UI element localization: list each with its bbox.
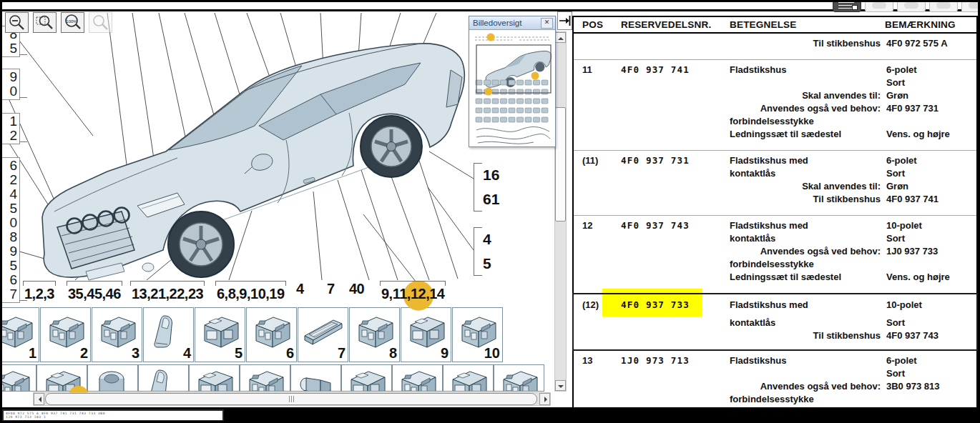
zoom-out-button[interactable]: [5, 12, 29, 33]
overview-panel: Billedoversigt ✕: [469, 16, 556, 147]
pos-cell: [574, 115, 621, 128]
remark-cell: [885, 115, 976, 128]
pos-cell: 11: [574, 64, 621, 76]
zoom-100-button[interactable]: 100%: [61, 12, 84, 33]
pos-cell: [574, 167, 621, 180]
pos-cell: [574, 317, 621, 329]
designation-cell: Fladstikshus: [730, 354, 885, 367]
designation-cell: Ledningssæt til sædestel: [730, 128, 885, 141]
remark-cell: [885, 258, 976, 271]
table-row-(12)[interactable]: (12)4F0 937 733Fladstikshus med10-poletk…: [572, 293, 978, 351]
callout-group[interactable]: 1661: [474, 163, 501, 211]
designation-cell: kontaktlås: [730, 167, 885, 180]
remark-cell: 4F0 972 575 A: [885, 37, 976, 50]
callout-group[interactable]: 7: [327, 281, 335, 297]
callout-group[interactable]: 13,21,22,23: [132, 281, 203, 302]
col-pos: POS: [574, 19, 621, 30]
horizontal-scroll-thumb[interactable]: [45, 393, 537, 405]
remark-cell: 3B0 973 813: [885, 380, 976, 393]
callout-group[interactable]: 1,2,3: [24, 281, 54, 302]
pos-cell: [574, 102, 621, 115]
pos-cell: (11): [574, 154, 621, 167]
scroll-down-button[interactable]: [555, 380, 566, 391]
part-number-cell: 4F0 937 731: [621, 154, 730, 167]
collapse-panel-button[interactable]: [557, 11, 572, 30]
toolbar-icon-2: [865, 0, 893, 12]
remark-cell: 6-polet: [885, 154, 976, 167]
part-number-cell: [621, 89, 730, 102]
top-right-toolbar: [833, 0, 980, 12]
pos-cell: [574, 180, 621, 193]
part-number-cell: [621, 180, 730, 193]
scroll-left-button[interactable]: [34, 393, 44, 405]
part-number-cell: [621, 167, 730, 180]
part-number-cell: [621, 367, 730, 380]
left-callout-group[interactable]: 12: [0, 113, 20, 144]
table-header: POS RESERVEDELSNR. BETEGNELSE BEMÆRKNING: [574, 17, 976, 34]
pos-cell: [574, 193, 621, 206]
pos-cell: 13: [574, 354, 621, 367]
part-number-cell: [621, 271, 730, 284]
remark-cell: 4F0 937 741: [885, 193, 976, 206]
vertical-scroll-thumb[interactable]: [555, 107, 566, 222]
table-row-(11)[interactable]: (11)4F0 937 731Fladstikshus med6-poletko…: [574, 150, 976, 215]
pos-cell: [574, 128, 621, 141]
part-number-cell: 4F0 937 741: [621, 64, 730, 76]
part-number-cell: [621, 76, 730, 89]
toolbar-icon-4: [929, 0, 958, 12]
remark-cell: 6-polet: [885, 354, 976, 367]
part-number-cell: [621, 258, 730, 271]
part-number-cell: 1J0 973 713: [621, 354, 730, 367]
part-number-cell: [621, 128, 730, 141]
designation-cell: Fladstikshus: [730, 64, 885, 76]
left-callout-group[interactable]: 90: [0, 69, 20, 100]
designation-cell: forbindelsesstykke: [730, 115, 885, 128]
designation-cell: Til stikbenshus: [730, 193, 885, 206]
pos-cell: [574, 232, 621, 245]
callout-group[interactable]: 35,45,46: [68, 281, 121, 302]
vertical-scrollbar[interactable]: [554, 31, 567, 392]
remark-cell: 6-polet: [885, 64, 976, 76]
left-callout-group[interactable]: 6245089567: [0, 157, 20, 303]
remark-cell: Grøn: [885, 180, 976, 193]
designation-cell: Fladstikshus med: [730, 299, 885, 317]
designation-cell: Fladstikshus med: [730, 154, 885, 167]
callout-group[interactable]: 45: [474, 227, 493, 276]
zoom-disabled-button: [89, 12, 112, 33]
part-number-cell: [621, 115, 730, 128]
close-icon[interactable]: ✕: [541, 18, 553, 29]
part-number-cell: [621, 232, 730, 245]
table-row-11[interactable]: 114F0 937 741Fladstikshus6-poletSortSkal…: [574, 59, 976, 150]
callout-group[interactable]: 40: [349, 281, 364, 297]
designation-cell: [730, 76, 885, 89]
zoom-area-button[interactable]: [33, 12, 57, 33]
part-number-cell: [621, 380, 730, 393]
table-row-continuation[interactable]: Til stikbenshus4F0 972 575 A: [574, 34, 976, 59]
designation-cell: Anvendes også ved behov:: [730, 380, 885, 393]
callout-group[interactable]: 9,11,12,14: [381, 281, 444, 302]
rear-wheel: [361, 116, 422, 177]
table-row-12[interactable]: 124F0 937 743Fladstikshus med10-poletkon…: [574, 215, 976, 293]
overview-thumbnail[interactable]: [469, 30, 555, 146]
designation-cell: Til stikbenshus: [730, 329, 885, 342]
footer-legend-box: 4F0A 972 575 A 4F0 937 741 731 743 733 3…: [2, 409, 224, 422]
designation-cell: forbindelsesstykke: [730, 258, 885, 271]
parts-catalog-window: 100% 8590126245089567 1,2,335,45,4613,21…: [0, 0, 980, 423]
designation-cell: forbindelsesstykke: [730, 393, 885, 406]
overview-titlebar[interactable]: Billedoversigt ✕: [469, 16, 555, 30]
part-number-cell: 4F0 937 743: [621, 219, 730, 232]
designation-cell: Ledningssæt til sædestel: [730, 271, 885, 284]
remark-cell: 10-polet: [885, 219, 976, 232]
callout-group[interactable]: 4: [296, 281, 304, 297]
callout-group[interactable]: 6,8,9,10,19: [217, 281, 285, 302]
remark-cell: 4F0 937 743: [885, 329, 976, 342]
pos-cell: [574, 258, 621, 271]
pos-cell: [574, 89, 621, 102]
pos-cell: [574, 245, 621, 258]
scroll-right-button[interactable]: [539, 393, 550, 405]
zoom-toolbar: 100%: [5, 12, 112, 33]
list-icon[interactable]: [833, 0, 861, 12]
remark-cell: Vens. og højre: [885, 128, 976, 141]
horizontal-scrollbar[interactable]: [33, 392, 551, 406]
scroll-up-button[interactable]: [555, 32, 566, 43]
